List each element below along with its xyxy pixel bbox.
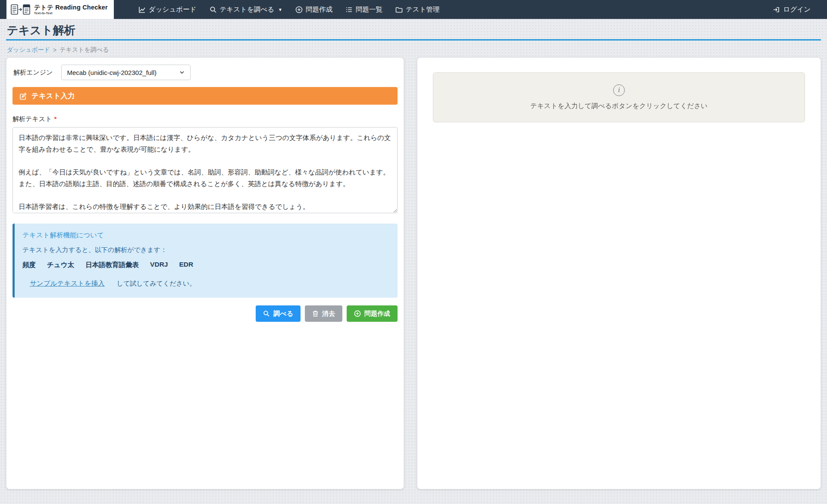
- sample-text-suffix: して試してみてください。: [117, 280, 196, 288]
- nav-label: テスト管理: [406, 5, 440, 14]
- nav-spacer: [446, 0, 773, 19]
- feature-item: VDRJ: [150, 261, 168, 270]
- nav-item-question-list[interactable]: 問題一覧: [339, 0, 389, 19]
- page-title: テキスト解析: [7, 24, 820, 37]
- chevron-down-icon: [179, 69, 185, 75]
- action-button-row: 調べる 消去 問題作成: [13, 305, 398, 322]
- engine-select[interactable]: Mecab (unidic-cwj-202302_full): [61, 65, 191, 80]
- top-navbar: テトテ Reading Checker Text-to-Text ダッシュボード…: [0, 0, 827, 19]
- feature-item: 日本語教育語彙表: [85, 261, 139, 270]
- analysis-text-input[interactable]: 日本語の学習は非常に興味深いです。日本語には漢字、ひらがな、カタカナという三つの…: [13, 127, 398, 213]
- nav-item-create-question[interactable]: 問題作成: [289, 0, 339, 19]
- insert-sample-text-link[interactable]: サンプルテキストを挿入: [30, 279, 105, 288]
- analyze-button-label: 調べる: [273, 310, 293, 318]
- feature-item: チュウ太: [47, 261, 74, 270]
- clear-button[interactable]: 消去: [305, 305, 342, 322]
- section-header-label: テキスト入力: [31, 91, 75, 101]
- logo-title: テトテ Reading Checker: [34, 4, 108, 11]
- result-placeholder-text: テキストを入力して調べるボタンをクリックしてください: [530, 102, 708, 111]
- info-icon: i: [613, 84, 625, 96]
- breadcrumb-home-link[interactable]: ダッシュボード: [7, 46, 50, 54]
- nav-item-dashboard[interactable]: ダッシュボード: [132, 0, 203, 19]
- info-box-description: テキストを入力すると、以下の解析ができます：: [22, 246, 390, 254]
- analysis-text-label: 解析テキスト: [13, 115, 52, 122]
- line-chart-icon: [138, 6, 146, 13]
- app-logo[interactable]: テトテ Reading Checker Text-to-Text: [6, 0, 114, 19]
- plus-circle-icon: [295, 6, 303, 13]
- result-placeholder-card: i テキストを入力して調べるボタンをクリックしてください: [433, 72, 805, 122]
- nav-label: 問題一覧: [356, 5, 382, 14]
- list-icon: [345, 6, 353, 13]
- required-asterisk: *: [54, 115, 56, 122]
- clear-button-label: 消去: [322, 310, 335, 318]
- analysis-text-label-row: 解析テキスト*: [13, 115, 398, 123]
- main-content: 解析エンジン Mecab (unidic-cwj-202302_full) テキ…: [6, 57, 821, 489]
- edit-icon: [19, 92, 27, 100]
- create-button-label: 問題作成: [364, 310, 390, 318]
- breadcrumb-separator: >: [53, 47, 56, 53]
- plus-circle-icon: [354, 310, 361, 317]
- page-header: テキスト解析: [6, 19, 821, 40]
- nav-label: テキストを調べる: [220, 5, 275, 14]
- login-icon: [773, 6, 780, 13]
- logo-documents-icon: [11, 4, 31, 15]
- logo-subtitle: Text-to-Text: [34, 12, 108, 15]
- engine-label: 解析エンジン: [13, 68, 53, 77]
- nav-menu: ダッシュボード テキストを調べる ▼ 問題作成: [132, 0, 446, 19]
- feature-list: 頻度 チュウ太 日本語教育語彙表 VDRJ EDR: [22, 261, 390, 270]
- login-button[interactable]: ログイン: [773, 0, 811, 19]
- feature-info-box: テキスト解析機能について テキストを入力すると、以下の解析ができます： 頻度 チ…: [13, 224, 398, 298]
- nav-label: 問題作成: [306, 5, 332, 14]
- search-icon: [263, 310, 270, 317]
- sample-text-row: サンプルテキストを挿入 して試してみてください。: [30, 279, 390, 288]
- nav-item-analyze-text[interactable]: テキストを調べる ▼: [203, 0, 289, 19]
- info-box-title: テキスト解析機能について: [22, 231, 390, 240]
- nav-item-test-management[interactable]: テスト管理: [389, 0, 446, 19]
- result-panel: i テキストを入力して調べるボタンをクリックしてください: [417, 57, 821, 489]
- engine-selected-value: Mecab (unidic-cwj-202302_full): [67, 69, 157, 76]
- nav-label: ダッシュボード: [149, 5, 197, 14]
- feature-item: 頻度: [22, 261, 36, 270]
- create-question-button[interactable]: 問題作成: [347, 305, 398, 322]
- folder-icon: [395, 6, 403, 13]
- login-label: ログイン: [783, 5, 811, 14]
- caret-down-icon: ▼: [278, 7, 282, 12]
- analyze-button[interactable]: 調べる: [256, 305, 301, 322]
- feature-item: EDR: [179, 261, 193, 270]
- breadcrumb-current: テキストを調べる: [60, 46, 109, 54]
- engine-row: 解析エンジン Mecab (unidic-cwj-202302_full): [13, 65, 398, 80]
- search-icon: [210, 6, 217, 13]
- text-input-section-header: テキスト入力: [13, 87, 398, 105]
- input-panel: 解析エンジン Mecab (unidic-cwj-202302_full) テキ…: [6, 57, 404, 489]
- breadcrumb: ダッシュボード > テキストを調べる: [7, 46, 820, 54]
- trash-icon: [312, 310, 319, 317]
